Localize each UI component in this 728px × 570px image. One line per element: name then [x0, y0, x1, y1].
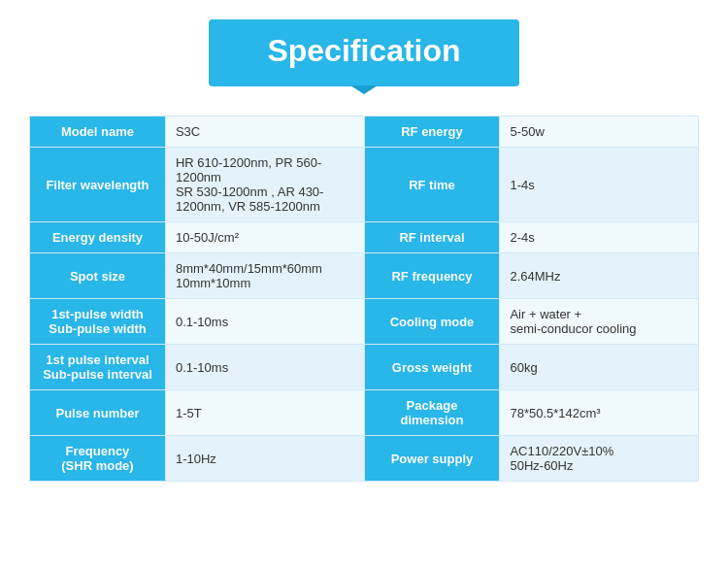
left-value-cell: 1-10Hz	[165, 436, 364, 482]
right-label-cell: Cooling mode	[364, 299, 500, 345]
left-value-cell: 1-5T	[165, 390, 364, 436]
right-label-cell: RF frequency	[364, 253, 500, 299]
right-value-cell: 2-4s	[500, 222, 699, 253]
right-value-cell: 1-4s	[500, 148, 699, 222]
left-label-cell: Energy density	[30, 222, 166, 253]
left-value-cell: 0.1-10ms	[165, 299, 364, 345]
table-row: 1st-pulse width Sub-pulse width0.1-10msC…	[30, 299, 699, 345]
right-value-cell: 78*50.5*142cm³	[500, 390, 699, 436]
table-row: Energy density10-50J/cm²RF interval2-4s	[30, 222, 699, 253]
left-label-cell: Spot size	[30, 253, 166, 299]
right-label-cell: Package dimension	[364, 390, 500, 436]
right-label-cell: Power supply	[364, 436, 500, 482]
table-row: Pulse number1-5TPackage dimension78*50.5…	[30, 390, 699, 436]
table-row: Spot size8mm*40mm/15mm*60mm 10mm*10mmRF …	[30, 253, 699, 299]
left-label-cell: Frequency (SHR mode)	[30, 436, 166, 482]
left-label-cell: Pulse number	[30, 390, 166, 436]
left-value-cell: HR 610-1200nm, PR 560-1200nm SR 530-1200…	[165, 148, 364, 222]
left-label-cell: 1st pulse interval Sub-pulse interval	[30, 345, 166, 390]
right-value-cell: 60kg	[500, 345, 699, 390]
left-label-cell: Filter wavelength	[30, 148, 166, 222]
page-title: Specification	[209, 19, 518, 86]
left-label-cell: Model name	[30, 117, 166, 148]
right-value-cell: Air + water + semi-conducor cooling	[500, 299, 699, 345]
right-value-cell: AC110/220V±10% 50Hz-60Hz	[500, 436, 699, 482]
left-value-cell: 0.1-10ms	[165, 345, 364, 390]
specification-table: Model nameS3CRF energy5-50wFilter wavele…	[29, 116, 699, 482]
table-row: Filter wavelengthHR 610-1200nm, PR 560-1…	[30, 148, 699, 222]
left-value-cell: 10-50J/cm²	[165, 222, 364, 253]
title-section: Specification	[29, 19, 699, 86]
table-row: 1st pulse interval Sub-pulse interval0.1…	[30, 345, 699, 390]
left-value-cell: 8mm*40mm/15mm*60mm 10mm*10mm	[165, 253, 364, 299]
left-label-cell: 1st-pulse width Sub-pulse width	[30, 299, 166, 345]
right-value-cell: 2.64MHz	[500, 253, 699, 299]
right-label-cell: RF interval	[364, 222, 500, 253]
right-label-cell: Gross weight	[364, 345, 500, 390]
left-value-cell: S3C	[165, 117, 364, 148]
table-row: Frequency (SHR mode)1-10HzPower supplyAC…	[30, 436, 699, 482]
right-label-cell: RF time	[364, 148, 500, 222]
table-row: Model nameS3CRF energy5-50w	[30, 117, 699, 148]
right-value-cell: 5-50w	[500, 117, 699, 148]
right-label-cell: RF energy	[364, 117, 500, 148]
